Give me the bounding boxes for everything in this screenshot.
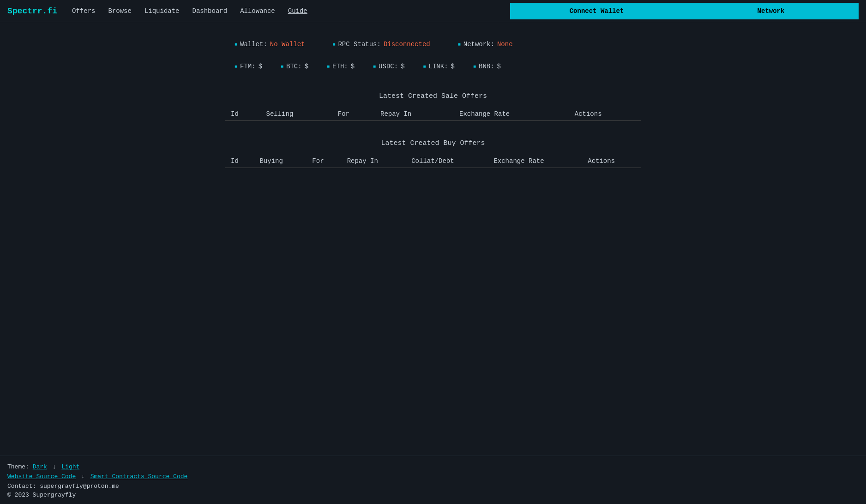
network-bullet: ■ [458, 42, 461, 47]
wallet-value: No Wallet [270, 41, 305, 48]
sale-offers-header: Id Selling For Repay In Exchange Rate Ac… [225, 108, 641, 121]
buy-col-actions: Actions [582, 155, 641, 168]
buy-offers-table: Id Buying For Repay In Collat/Debt Excha… [225, 155, 641, 168]
usdc-balance: ■ USDC: $ [373, 63, 404, 70]
sale-offers-table: Id Selling For Repay In Exchange Rate Ac… [225, 108, 641, 121]
footer-copyright: © 2023 Supergrayfly [7, 492, 859, 498]
usdc-value: $ [401, 63, 404, 70]
usdc-label: USDC: [379, 63, 398, 70]
buy-col-for: For [307, 155, 341, 168]
sale-col-repayin: Repay In [375, 108, 454, 121]
dark-theme-link[interactable]: Dark [33, 463, 47, 470]
nav-actions: Connect Wallet Network [510, 3, 859, 19]
footer: Theme: Dark ↓ Light Website Source Code … [0, 456, 866, 504]
btc-value: $ [305, 63, 308, 70]
eth-bullet: ■ [327, 64, 330, 69]
sale-col-id: Id [225, 108, 261, 121]
link-label: LINK: [429, 63, 448, 70]
network-status: ■ Network: None [458, 41, 513, 48]
buy-offers-title: Latest Created Buy Offers [225, 139, 641, 147]
nav-allowance[interactable]: Allowance [240, 7, 275, 15]
balances-row: ■ FTM: $ ■ BTC: $ ■ ETH: $ ■ USDC: $ ■ L… [225, 63, 641, 70]
sale-offers-title: Latest Created Sale Offers [225, 92, 641, 100]
sale-offers-header-row: Id Selling For Repay In Exchange Rate Ac… [225, 108, 641, 121]
sale-col-for: For [332, 108, 375, 121]
nav-liquidate[interactable]: Liquidate [144, 7, 180, 15]
eth-balance: ■ ETH: $ [327, 63, 355, 70]
eth-label: ETH: [332, 63, 348, 70]
bnb-label: BNB: [479, 63, 494, 70]
btc-bullet: ■ [281, 64, 283, 69]
nav-browse[interactable]: Browse [108, 7, 131, 15]
network-button[interactable]: Network [683, 3, 859, 19]
website-source-link[interactable]: Website Source Code [7, 473, 76, 480]
tables-section: Latest Created Sale Offers Id Selling Fo… [225, 92, 641, 186]
theme-label: Theme: [7, 463, 29, 470]
buy-col-buying: Buying [254, 155, 307, 168]
rpc-bullet: ■ [332, 42, 335, 47]
bnb-balance: ■ BNB: $ [473, 63, 501, 70]
ftm-balance: ■ FTM: $ [235, 63, 262, 70]
network-label: Network: [463, 41, 494, 48]
rpc-status: ■ RPC Status: Disconnected [332, 41, 430, 48]
sale-col-selling: Selling [261, 108, 332, 121]
buy-col-id: Id [225, 155, 254, 168]
wallet-label: Wallet: [240, 41, 267, 48]
navbar: Spectrr.fi Offers Browse Liquidate Dashb… [0, 0, 866, 22]
nav-dashboard[interactable]: Dashboard [192, 7, 228, 15]
wallet-status: ■ Wallet: No Wallet [235, 41, 305, 48]
eth-value: $ [351, 63, 355, 70]
btc-balance: ■ BTC: $ [281, 63, 308, 70]
link-balance: ■ LINK: $ [423, 63, 455, 70]
buy-offers-header-row: Id Buying For Repay In Collat/Debt Excha… [225, 155, 641, 168]
buy-col-repayin: Repay In [342, 155, 406, 168]
connect-wallet-button[interactable]: Connect Wallet [510, 3, 683, 19]
sale-col-actions: Actions [569, 108, 641, 121]
ftm-bullet: ■ [235, 64, 237, 69]
nav-offers[interactable]: Offers [72, 7, 95, 15]
buy-col-collat-debt: Collat/Debt [406, 155, 488, 168]
status-row: ■ Wallet: No Wallet ■ RPC Status: Discon… [225, 41, 641, 48]
main-content: ■ Wallet: No Wallet ■ RPC Status: Discon… [0, 22, 866, 456]
ftm-label: FTM: [240, 63, 256, 70]
light-theme-link[interactable]: Light [61, 463, 79, 470]
rpc-label: RPC Status: [338, 41, 380, 48]
ftm-value: $ [259, 63, 262, 70]
source-separator: ↓ [81, 473, 85, 480]
rpc-value: Disconnected [384, 41, 430, 48]
nav-links: Offers Browse Liquidate Dashboard Allowa… [72, 7, 510, 15]
buy-offers-header: Id Buying For Repay In Collat/Debt Excha… [225, 155, 641, 168]
bnb-value: $ [497, 63, 501, 70]
footer-theme-row: Theme: Dark ↓ Light [7, 463, 859, 470]
site-logo: Spectrr.fi [7, 6, 57, 16]
link-bullet: ■ [423, 64, 426, 69]
network-value: None [497, 41, 513, 48]
nav-guide[interactable]: Guide [288, 7, 307, 15]
bnb-bullet: ■ [473, 64, 476, 69]
contracts-source-link[interactable]: Smart Contracts Source Code [90, 473, 188, 480]
theme-separator: ↓ [53, 463, 56, 470]
usdc-bullet: ■ [373, 64, 376, 69]
link-value: $ [451, 63, 455, 70]
wallet-bullet: ■ [235, 42, 237, 47]
buy-col-exchange-rate: Exchange Rate [488, 155, 582, 168]
footer-source-row: Website Source Code ↓ Smart Contracts So… [7, 473, 859, 480]
sale-col-exchange-rate: Exchange Rate [454, 108, 569, 121]
footer-contact: Contact: supergrayfly@proton.me [7, 483, 859, 490]
btc-label: BTC: [286, 63, 302, 70]
